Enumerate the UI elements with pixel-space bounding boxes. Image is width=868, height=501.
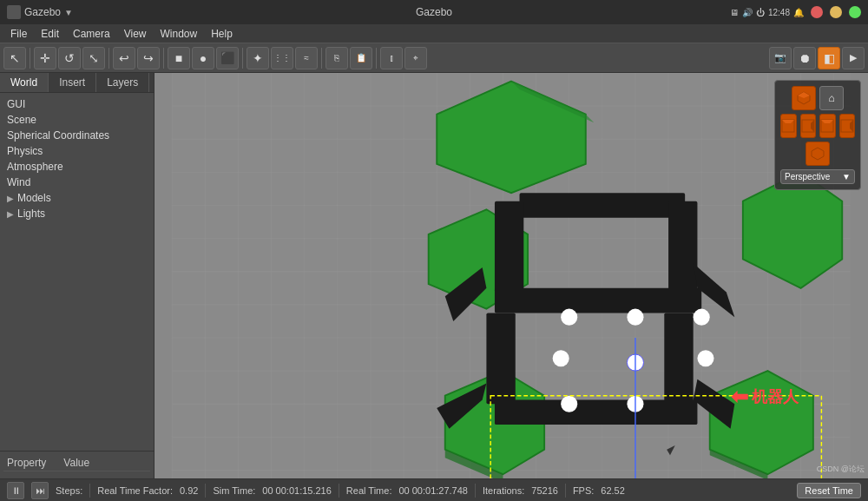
network-icon: 🖥 [730, 8, 739, 17]
tree-item-lights[interactable]: ▶Lights [0, 206, 154, 221]
svg-rect-45 [668, 201, 697, 293]
cube-row-1: ⌂ [780, 86, 855, 110]
menu-view[interactable]: View [117, 26, 154, 42]
perspective-selector[interactable]: Perspective ▼ [780, 169, 855, 184]
play-button[interactable]: ▶ [842, 47, 865, 69]
tree-item-atmosphere[interactable]: Atmosphere [0, 159, 154, 175]
scene-svg [155, 73, 868, 478]
tree-item-spherical[interactable]: Spherical Coordinates [0, 128, 154, 143]
main-layout: ↖ ✛ ↺ ⤡ ↩ ↪ ■ ● ⬛ ✦ ⋮⋮ ≈ ⎘ 📋 ⫿ ⌖ 📷 ⏺ ◧ ▶… [0, 43, 868, 501]
svg-point-56 [694, 309, 710, 326]
minimize-button[interactable] [830, 6, 842, 18]
audio-icon: 🔊 [742, 8, 753, 17]
status-sep2 [205, 484, 206, 498]
robot-text: 机器人 [752, 386, 799, 407]
robot-arrow: ⬅ [731, 385, 748, 409]
cube-face-front[interactable] [780, 114, 797, 138]
svg-point-60 [561, 396, 577, 412]
svg-rect-49 [495, 399, 698, 425]
light-button[interactable]: ✦ [247, 47, 269, 69]
highlight-button[interactable]: ◧ [818, 47, 840, 69]
cube-face-back[interactable] [819, 114, 836, 138]
copy-button[interactable]: ⎘ [326, 47, 348, 69]
titlebar: Gazebo ▼ Gazebo 🖥 🔊 ⏻ 12:48 🔔 [0, 0, 868, 24]
status-sep3 [339, 484, 339, 498]
sep6 [376, 48, 377, 69]
close-button[interactable] [811, 6, 823, 18]
prop-col-property: Property [7, 457, 46, 469]
sep3 [163, 48, 164, 69]
status-sep5 [565, 484, 566, 498]
dropdown-arrow[interactable]: ▼ [64, 8, 73, 17]
redo-button[interactable]: ↪ [137, 47, 160, 69]
menu-camera[interactable]: Camera [66, 26, 117, 42]
tree-item-wind[interactable]: Wind [0, 175, 154, 190]
viewport[interactable]: ⌂ [155, 73, 868, 478]
paste-button[interactable]: 📋 [350, 47, 372, 69]
tree-item-models[interactable]: ▶Models [0, 190, 154, 206]
svg-rect-46 [495, 288, 701, 313]
real-time-value: 00 00:01:27.748 [398, 485, 468, 496]
svg-marker-75 [812, 148, 824, 160]
sphere-button[interactable]: ● [192, 47, 214, 69]
real-time-factor-value: 0.92 [180, 485, 198, 496]
step-button[interactable]: ⏭ [31, 482, 49, 499]
svg-point-54 [561, 309, 577, 326]
svg-point-55 [627, 309, 643, 326]
tree-item-scene[interactable]: Scene [0, 112, 154, 128]
svg-point-57 [553, 350, 569, 366]
tab-layers[interactable]: Layers [96, 73, 149, 92]
measure-button[interactable]: ≈ [295, 47, 318, 69]
fps-label: FPS: [573, 485, 594, 496]
cube-row-3 [780, 142, 855, 166]
menu-help[interactable]: Help [204, 26, 240, 42]
cube-face-right[interactable] [839, 114, 856, 138]
cube-face-bottom[interactable] [806, 142, 830, 166]
sep1 [30, 48, 30, 69]
maximize-button[interactable] [849, 6, 861, 18]
prop-col-value: Value [63, 457, 89, 469]
select-tool[interactable]: ↖ [3, 47, 26, 69]
menu-window[interactable]: Window [154, 26, 205, 42]
left-panel: World Insert Layers GUI Scene Spherical … [0, 73, 155, 478]
tab-world[interactable]: World [0, 73, 49, 92]
tab-insert[interactable]: Insert [49, 73, 96, 92]
camera-button[interactable]: 📷 [769, 47, 792, 69]
tree-item-gui[interactable]: GUI [0, 96, 154, 112]
snap-button[interactable]: ⌖ [404, 47, 427, 69]
record-button[interactable]: ⏺ [793, 47, 816, 69]
wire-button[interactable]: ⋮⋮ [271, 47, 293, 69]
align-button[interactable]: ⫿ [380, 47, 403, 69]
content-area: World Insert Layers GUI Scene Spherical … [0, 73, 868, 478]
menu-file[interactable]: File [3, 26, 34, 42]
real-time-factor-label: Real Time Factor: [97, 485, 173, 496]
tab-bar: World Insert Layers [0, 73, 154, 93]
cube-face-top-left[interactable] [792, 86, 816, 110]
translate-tool[interactable]: ✛ [34, 47, 56, 69]
prop-header: Property Value [3, 455, 150, 471]
perspective-arrow: ▼ [842, 172, 851, 181]
reset-time-button[interactable]: Reset Time [797, 483, 861, 498]
app-name: Gazebo [24, 6, 61, 18]
pause-button[interactable]: ⏸ [7, 482, 24, 499]
sim-time-label: Sim Time: [213, 485, 255, 496]
time-display: 12:48 [768, 8, 790, 17]
notification-icon: 🔔 [793, 8, 804, 17]
tree-item-physics[interactable]: Physics [0, 143, 154, 159]
watermark: CSDN @论坛 [817, 464, 865, 475]
rotate-tool[interactable]: ↺ [58, 47, 81, 69]
svg-rect-43 [520, 193, 686, 218]
undo-button[interactable]: ↩ [113, 47, 135, 69]
cube-face-side[interactable] [800, 114, 817, 138]
window-title: Gazebo [416, 6, 452, 18]
box-button[interactable]: ■ [168, 47, 190, 69]
menu-edit[interactable]: Edit [34, 26, 66, 42]
cube-home-button[interactable]: ⌂ [819, 86, 844, 110]
steps-label: Steps: [56, 485, 82, 496]
title-center: Gazebo [416, 6, 452, 18]
sim-time-value: 00 00:01:15.216 [262, 485, 332, 496]
sep2 [108, 48, 109, 69]
cylinder-button[interactable]: ⬛ [216, 47, 239, 69]
scale-tool[interactable]: ⤡ [82, 47, 105, 69]
app-icon [7, 5, 21, 19]
